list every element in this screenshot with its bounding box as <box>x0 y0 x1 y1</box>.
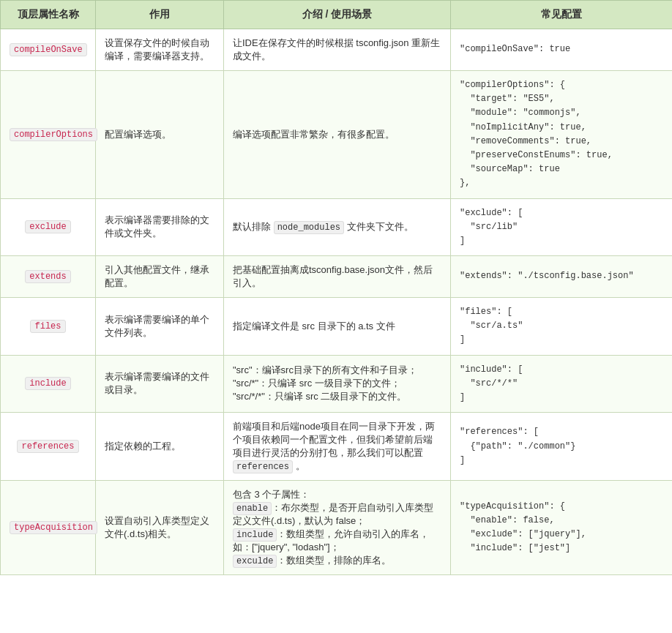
property-intro: 把基础配置抽离成tsconfig.base.json文件，然后引入。 <box>224 256 451 298</box>
property-name: references <box>17 440 78 453</box>
property-desc: 设置自动引入库类型定义文件(.d.ts)相关。 <box>96 481 224 575</box>
property-desc: 表示编译器需要排除的文件或文件夹。 <box>96 198 224 256</box>
property-desc: 表示编译需要编译的单个文件列表。 <box>96 298 224 356</box>
property-config: "compilerOptions": { "target": "ES5", "m… <box>451 71 673 199</box>
intro-line: "src"：编译src目录下的所有文件和子目录； <box>233 364 441 377</box>
property-config: "include": [ "src/*/*" ] <box>451 355 673 413</box>
table-row: exclude表示编译器需要排除的文件或文件夹。默认排除 node_module… <box>1 198 673 256</box>
property-name-cell: compilerOptions <box>1 71 96 199</box>
intro-item: enable：布尔类型，是否开启自动引入库类型定义文件(.d.ts)，默认为 f… <box>233 501 441 528</box>
property-name: exclude <box>25 220 70 233</box>
property-name-cell: include <box>1 355 96 413</box>
property-name: include <box>25 377 70 390</box>
property-config: "typeAcquisition": { "enable": false, "e… <box>451 481 673 575</box>
property-intro: 包含 3 个子属性：enable：布尔类型，是否开启自动引入库类型定义文件(.d… <box>224 481 451 575</box>
property-config: "files": [ "scr/a.ts" ] <box>451 298 673 356</box>
header-col2: 作用 <box>96 1 224 29</box>
property-intro: 前端项目和后端node项目在同一目录下开发，两个项目依赖同一个配置文件，但我们希… <box>224 413 451 481</box>
table-row: typeAcquisition设置自动引入库类型定义文件(.d.ts)相关。包含… <box>1 481 673 575</box>
table-row: extends引入其他配置文件，继承配置。把基础配置抽离成tsconfig.ba… <box>1 256 673 298</box>
property-name: compileOnSave <box>10 43 87 56</box>
property-config: "references": [ {"path": "./common"} ] <box>451 413 673 481</box>
property-desc: 引入其他配置文件，继承配置。 <box>96 256 224 298</box>
table-row: compilerOptions配置编译选项。编译选项配置非常繁杂，有很多配置。"… <box>1 71 673 199</box>
property-intro: "src"：编译src目录下的所有文件和子目录；"src/*"：只编译 src … <box>224 355 451 413</box>
property-intro: 让IDE在保存文件的时候根据 tsconfig.json 重新生成文件。 <box>224 29 451 71</box>
property-name: extends <box>25 270 70 283</box>
intro-item: include：数组类型，允许自动引入的库名，如：["jquery", "lod… <box>233 528 441 554</box>
table-row: references指定依赖的工程。前端项目和后端node项目在同一目录下开发，… <box>1 413 673 481</box>
table-row: include表示编译需要编译的文件或目录。"src"：编译src目录下的所有文… <box>1 355 673 413</box>
property-name: typeAcquisition <box>10 521 97 534</box>
property-config: "exclude": [ "src/lib" ] <box>451 198 673 256</box>
property-name-cell: files <box>1 298 96 356</box>
property-desc: 配置编译选项。 <box>96 71 224 199</box>
config-code-block: "references": [ {"path": "./common"} ] <box>460 425 663 468</box>
header-col1: 顶层属性名称 <box>1 1 96 29</box>
header-col3: 介绍 / 使用场景 <box>224 1 451 29</box>
config-code-block: "compilerOptions": { "target": "ES5", "m… <box>460 78 663 191</box>
intro-item: exculde：数组类型，排除的库名。 <box>233 554 441 567</box>
property-intro: 默认排除 node_modules 文件夹下文件。 <box>224 198 451 256</box>
property-name-cell: typeAcquisition <box>1 481 96 575</box>
config-code-block: "extends": "./tsconfig.base.json" <box>460 269 663 283</box>
config-code-block: "typeAcquisition": { "enable": false, "e… <box>460 500 663 556</box>
property-config: "extends": "./tsconfig.base.json" <box>451 256 673 298</box>
header-col4: 常见配置 <box>451 1 673 29</box>
config-code-block: "include": [ "src/*/*" ] <box>460 363 663 405</box>
config-code-block: "compileOnSave": true <box>460 42 663 56</box>
property-desc: 表示编译需要编译的文件或目录。 <box>96 355 224 413</box>
property-name-cell: exclude <box>1 198 96 256</box>
property-name-cell: extends <box>1 256 96 298</box>
table-row: files表示编译需要编译的单个文件列表。指定编译文件是 src 目录下的 a.… <box>1 298 673 356</box>
property-name-cell: references <box>1 413 96 481</box>
property-intro: 指定编译文件是 src 目录下的 a.ts 文件 <box>224 298 451 356</box>
intro-header: 包含 3 个子属性： <box>233 488 441 501</box>
table-row: compileOnSave设置保存文件的时候自动编译，需要编译器支持。让IDE在… <box>1 29 673 71</box>
property-name-cell: compileOnSave <box>1 29 96 71</box>
intro-line: "src/*"：只编译 src 一级目录下的文件； <box>233 377 441 390</box>
property-name: compilerOptions <box>10 128 97 141</box>
main-table: 顶层属性名称 作用 介绍 / 使用场景 常见配置 compileOnSave设置… <box>0 0 672 575</box>
property-desc: 指定依赖的工程。 <box>96 413 224 481</box>
property-config: "compileOnSave": true <box>451 29 673 71</box>
property-intro: 编译选项配置非常繁杂，有很多配置。 <box>224 71 451 199</box>
intro-line: "src/*/*"：只编译 src 二级目录下的文件。 <box>233 390 441 403</box>
property-desc: 设置保存文件的时候自动编译，需要编译器支持。 <box>96 29 224 71</box>
config-code-block: "files": [ "scr/a.ts" ] <box>460 305 663 348</box>
property-name: files <box>30 320 65 333</box>
config-code-block: "exclude": [ "src/lib" ] <box>460 206 663 249</box>
